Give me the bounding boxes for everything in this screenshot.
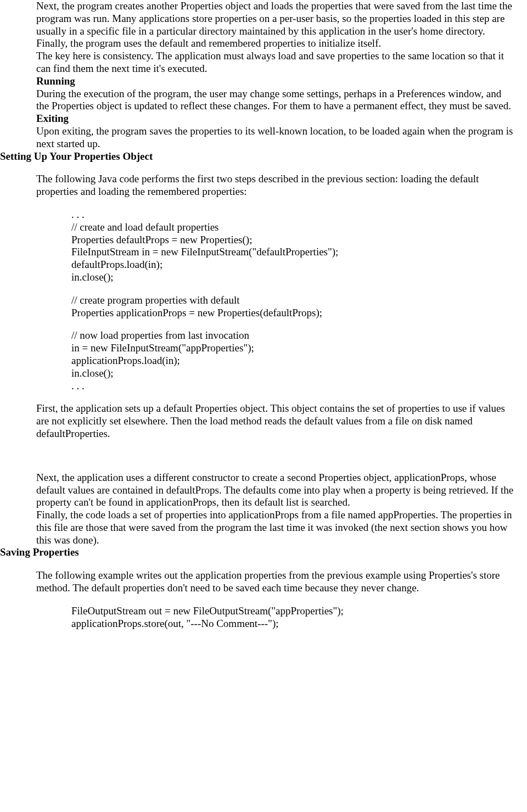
paragraph-exiting: Upon exiting, the program saves the prop…	[36, 125, 516, 150]
heading-saving: Saving Properties	[0, 546, 527, 559]
paragraph-after-3: Finally, the code loads a set of propert…	[36, 509, 516, 546]
code-line: // create and load default properties	[71, 221, 516, 234]
heading-running: Running	[36, 75, 516, 88]
code-line: FileOutputStream out = new FileOutputStr…	[71, 605, 516, 618]
code-line: // now load properties from last invocat…	[71, 329, 516, 342]
code-line: Properties defaultProps = new Properties…	[71, 234, 516, 247]
code-line: defaultProps.load(in);	[71, 259, 516, 271]
paragraph-intro-2: The key here is consistency. The applica…	[36, 50, 516, 75]
code-line: FileInputStream in = new FileInputStream…	[71, 246, 516, 259]
heading-exiting: Exiting	[36, 113, 516, 125]
paragraph-setup: The following Java code performs the fir…	[36, 173, 516, 198]
code-line: in = new FileInputStream("appProperties"…	[71, 342, 516, 355]
code-line: Properties applicationProps = new Proper…	[71, 307, 516, 320]
code-line: // create program properties with defaul…	[71, 294, 516, 307]
code-line: in.close();	[71, 271, 516, 284]
code-line: applicationProps.load(in);	[71, 355, 516, 367]
heading-setting-up: Setting Up Your Properties Object	[0, 150, 527, 163]
code-block-setup: . . . // create and load default propert…	[0, 209, 527, 392]
code-line: . . .	[71, 380, 516, 393]
paragraph-saving: The following example writes out the app…	[36, 569, 516, 595]
paragraph-after-2: Next, the application uses a different c…	[36, 472, 516, 509]
paragraph-after-1: First, the application sets up a default…	[36, 402, 516, 440]
code-line: applicationProps.store(out, "---No Comme…	[71, 618, 516, 630]
paragraph-intro-1: Next, the program creates another Proper…	[36, 0, 516, 50]
code-line: . . .	[71, 209, 516, 221]
code-block-saving: FileOutputStream out = new FileOutputStr…	[0, 605, 527, 630]
paragraph-running: During the execution of the program, the…	[36, 88, 516, 113]
code-line: in.close();	[71, 367, 516, 380]
